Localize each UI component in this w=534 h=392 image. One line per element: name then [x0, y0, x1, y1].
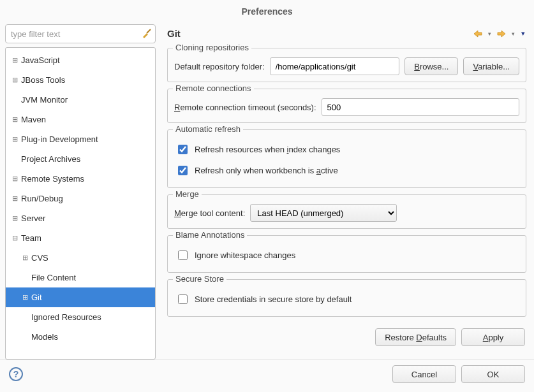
tree-item-remote-systems[interactable]: ⊞Remote Systems: [6, 169, 155, 189]
group-autorefresh: Automatic refresh Refresh resources when…: [167, 129, 526, 188]
nav-toolbar: ▾ ▾ ▾: [473, 29, 526, 38]
expand-icon[interactable]: ⊞: [10, 194, 20, 204]
tree-item-label: Models: [30, 332, 58, 342]
refresh-index-checkbox[interactable]: [178, 145, 188, 154]
tree-item-jvm-monitor[interactable]: JVM Monitor: [6, 90, 155, 110]
tree-item-team[interactable]: ⊟Team: [6, 228, 155, 248]
window-title: Preferences: [0, 0, 534, 24]
cancel-button[interactable]: Cancel: [392, 365, 456, 383]
tree-spacer: [10, 154, 20, 164]
restore-defaults-button[interactable]: Restore Defaults: [375, 328, 456, 346]
tree-item-plug-in-development[interactable]: ⊞Plug-in Development: [6, 129, 155, 149]
tree-item-maven[interactable]: ⊞Maven: [6, 110, 155, 129]
browse-button[interactable]: Browse...: [404, 57, 458, 75]
tree-item-javascript[interactable]: ⊞JavaScript: [6, 50, 155, 70]
group-autorefresh-title: Automatic refresh: [173, 124, 243, 134]
group-cloning-title: Cloning repositories: [173, 43, 251, 52]
expand-icon[interactable]: ⊞: [10, 214, 20, 224]
timeout-input[interactable]: [322, 98, 519, 116]
tree-spacer: [20, 312, 30, 323]
nav-back-icon[interactable]: [473, 29, 483, 38]
group-blame-title: Blame Annotations: [173, 230, 247, 240]
content-area: Git ▾ ▾ ▾ Cloning repositories De: [156, 24, 529, 359]
refresh-active-checkbox[interactable]: [178, 166, 188, 175]
tree-item-label: Team: [20, 233, 41, 243]
nav-forward-icon[interactable]: [496, 29, 507, 38]
tree-item-label: Ignored Resources: [30, 312, 101, 322]
group-remote-title: Remote connections: [173, 83, 254, 93]
nav-forward-menu-icon[interactable]: ▾: [510, 31, 516, 37]
secure-store-label: Store credentials in secure store by def…: [195, 294, 352, 304]
group-secure-title: Secure Store: [173, 274, 226, 284]
ignore-whitespace-label: Ignore whitespace changes: [195, 250, 295, 260]
tree-item-label: Run/Debug: [20, 194, 63, 203]
ok-button[interactable]: OK: [461, 365, 525, 383]
tree-item-models[interactable]: Models: [6, 327, 155, 347]
tree-item-label: JVM Monitor: [20, 95, 68, 105]
tree-spacer: [10, 95, 20, 105]
page-title: Git: [167, 28, 473, 39]
collapse-icon[interactable]: ⊟: [10, 233, 20, 243]
tree-item-label: JBoss Tools: [20, 75, 65, 85]
group-merge-title: Merge: [173, 189, 202, 199]
ignore-whitespace-checkbox[interactable]: [178, 250, 188, 260]
default-folder-input[interactable]: [270, 57, 400, 75]
merge-tool-label: Merge tool content:: [174, 208, 245, 218]
expand-icon[interactable]: ⊞: [20, 293, 30, 303]
group-merge: Merge Merge tool content: Last HEAD (unm…: [167, 194, 526, 229]
refresh-index-label: Refresh resources when index changes: [195, 145, 340, 154]
tree-item-label: JavaScript: [20, 55, 60, 65]
default-folder-label: Default repository folder:: [174, 62, 265, 71]
tree-item-project-archives[interactable]: Project Archives: [6, 149, 155, 169]
tree-item-label: CVS: [30, 253, 48, 263]
expand-icon[interactable]: ⊞: [10, 134, 20, 145]
view-menu-icon[interactable]: ▾: [520, 29, 526, 38]
tree-item-jboss-tools[interactable]: ⊞JBoss Tools: [6, 70, 155, 90]
refresh-active-label: Refresh only when workbench is active: [195, 166, 338, 175]
tree-spacer: [20, 273, 30, 283]
tree-spacer: [20, 332, 30, 342]
group-blame: Blame Annotations Ignore whitespace chan…: [167, 235, 526, 273]
tree-item-label: Plug-in Development: [20, 134, 98, 144]
tree-item-label: File Content: [30, 273, 76, 282]
expand-icon[interactable]: ⊞: [10, 115, 20, 125]
group-remote: Remote connections Remote connection tim…: [167, 89, 526, 123]
expand-icon[interactable]: ⊞: [10, 55, 20, 66]
preference-tree[interactable]: ⊞JavaScript⊞JBoss ToolsJVM Monitor⊞Maven…: [5, 47, 156, 359]
expand-icon[interactable]: ⊞: [10, 75, 20, 85]
nav-back-menu-icon[interactable]: ▾: [487, 31, 493, 37]
tree-item-cvs[interactable]: ⊞CVS: [6, 248, 155, 268]
help-icon[interactable]: ?: [9, 367, 23, 381]
filter-input[interactable]: [5, 24, 156, 43]
expand-icon[interactable]: ⊞: [20, 253, 30, 263]
tree-item-label: Git: [30, 293, 42, 302]
variable-button[interactable]: Variable...: [463, 57, 519, 75]
sidebar: ⊞JavaScript⊞JBoss ToolsJVM Monitor⊞Maven…: [5, 24, 156, 359]
tree-item-run-debug[interactable]: ⊞Run/Debug: [6, 189, 155, 208]
tree-item-git[interactable]: ⊞Git: [6, 287, 155, 307]
expand-icon[interactable]: ⊞: [10, 174, 20, 184]
tree-item-ignored-resources[interactable]: Ignored Resources: [6, 307, 155, 327]
apply-button[interactable]: Apply: [461, 328, 525, 346]
tree-item-label: Maven: [20, 115, 46, 124]
tree-item-label: Project Archives: [20, 154, 80, 164]
timeout-label: Remote connection timeout (seconds):: [174, 103, 316, 112]
merge-tool-select[interactable]: Last HEAD (unmerged): [250, 204, 397, 222]
group-secure: Secure Store Store credentials in secure…: [167, 279, 526, 317]
tree-item-server[interactable]: ⊞Server: [6, 208, 155, 228]
group-cloning: Cloning repositories Default repository …: [167, 48, 526, 82]
tree-item-label: Server: [20, 214, 45, 223]
tree-item-label: Remote Systems: [20, 174, 84, 184]
secure-store-checkbox[interactable]: [178, 294, 188, 304]
tree-item-file-content[interactable]: File Content: [6, 268, 155, 287]
